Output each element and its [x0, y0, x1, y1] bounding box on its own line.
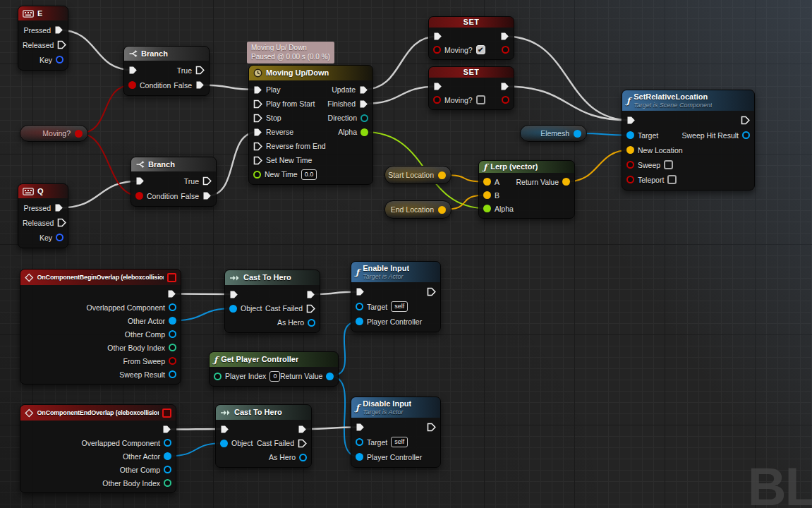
exec-out-pin[interactable] — [427, 287, 436, 296]
cast-2[interactable]: Cast To HeroObjectCast FailedAs Hero — [215, 404, 312, 468]
value-input[interactable]: self — [391, 301, 408, 312]
sweep-result-pin[interactable] — [169, 370, 176, 378]
var-elemesh[interactable]: Elemesh — [520, 125, 587, 142]
key-pin[interactable] — [56, 56, 63, 64]
player-index-pin[interactable] — [214, 373, 222, 380]
checkbox[interactable] — [667, 175, 677, 184]
var-end-location[interactable]: End Location — [384, 200, 452, 219]
return-value-pin[interactable] — [326, 373, 334, 380]
key-e[interactable]: EPressedReleasedKey — [18, 6, 68, 71]
false-pin[interactable] — [195, 80, 205, 90]
object-pin[interactable] — [220, 440, 228, 447]
other-comp-pin[interactable] — [164, 466, 171, 473]
exec-out-pin[interactable] — [162, 425, 171, 434]
key-pin[interactable] — [56, 234, 63, 241]
timeline[interactable]: Moving Up/DownPlayUpdatePlay from StartF… — [248, 65, 373, 185]
value-input[interactable]: 0 — [269, 371, 280, 382]
overlapped-component-pin[interactable] — [169, 303, 176, 311]
value-input[interactable]: 0.0 — [301, 169, 317, 180]
player-controller-pin[interactable] — [356, 318, 363, 325]
teleport-pin[interactable] — [626, 176, 634, 183]
var-start-location[interactable]: Start Location — [384, 166, 452, 184]
other-body-index-pin[interactable] — [169, 344, 176, 351]
exec-in-pin[interactable] — [128, 66, 138, 75]
false-pin[interactable] — [202, 191, 212, 200]
moving-pin[interactable] — [433, 96, 441, 104]
exec-out-pin[interactable] — [298, 425, 307, 434]
exec-in-pin[interactable] — [229, 290, 238, 299]
sweep-pin[interactable] — [626, 161, 634, 169]
condition-pin[interactable] — [135, 192, 143, 200]
moving-pin[interactable] — [433, 46, 441, 54]
play-pin[interactable] — [253, 85, 262, 95]
delegate-icon[interactable] — [162, 409, 171, 418]
target-pin[interactable] — [626, 131, 634, 139]
begin-overlap[interactable]: OnComponentBeginOverlap (eleboxcollision… — [20, 269, 181, 385]
true-pin[interactable] — [202, 176, 212, 186]
cast-failed-pin[interactable] — [306, 304, 315, 313]
exec-out-pin[interactable] — [306, 290, 315, 299]
exec-in-pin[interactable] — [135, 176, 145, 186]
alpha-pin[interactable] — [360, 128, 368, 136]
target-pin[interactable] — [356, 303, 363, 310]
enable-input[interactable]: ƒEnable InputTarget is ActorTargetselfPl… — [351, 261, 441, 332]
play-from-start-pin[interactable] — [253, 99, 262, 109]
lerp[interactable]: ƒLerp (vector)AReturn ValueBAlpha — [478, 160, 575, 219]
b-pin[interactable] — [483, 191, 491, 199]
get-player-controller[interactable]: ƒGet Player ControllerPlayer Index0Retur… — [209, 351, 339, 387]
as-hero-pin[interactable] — [299, 454, 307, 461]
checkbox[interactable] — [664, 160, 673, 169]
set-new-time-pin[interactable] — [253, 156, 262, 165]
player-controller-pin[interactable] — [356, 453, 363, 461]
cast-1[interactable]: Cast To HeroObjectCast FailedAs Hero — [224, 270, 320, 333]
as-hero-pin[interactable] — [308, 319, 315, 327]
exec-out-pin[interactable] — [167, 289, 176, 298]
exec-in-pin[interactable] — [433, 32, 442, 41]
set-relative-location[interactable]: ƒSetRelativeLocationTarget is Scene Comp… — [622, 90, 755, 190]
end-location-pin[interactable] — [438, 206, 446, 214]
alpha-pin[interactable] — [483, 205, 491, 212]
reverse-from-end-pin[interactable] — [253, 142, 262, 151]
blueprint-graph-canvas[interactable]: EPressedReleasedKeyQPressedReleasedKeyBr… — [0, 0, 812, 508]
exec-out-pin[interactable] — [500, 82, 509, 91]
var-moving[interactable]: Moving? — [20, 125, 88, 142]
direction-pin[interactable] — [360, 114, 368, 122]
from-sweep-pin[interactable] — [169, 357, 176, 365]
sweep-hit-result-pin[interactable] — [742, 131, 750, 139]
elemesh-pin[interactable] — [574, 130, 581, 138]
exec-out-pin[interactable] — [741, 116, 750, 125]
moving-pin[interactable] — [75, 130, 83, 138]
new-time-pin[interactable] — [253, 171, 261, 179]
update-pin[interactable] — [359, 85, 368, 95]
other-comp-pin[interactable] — [169, 330, 176, 338]
cast-failed-pin[interactable] — [298, 439, 307, 448]
reverse-pin[interactable] — [253, 128, 262, 137]
exec-out-pin[interactable] — [502, 96, 509, 104]
new-location-pin[interactable] — [626, 146, 634, 154]
a-pin[interactable] — [483, 178, 491, 186]
target-pin[interactable] — [356, 438, 363, 446]
set-2[interactable]: SETMoving? — [428, 66, 514, 110]
return-value-pin[interactable] — [562, 178, 570, 186]
key-q[interactable]: QPressedReleasedKey — [18, 183, 68, 248]
pressed-pin[interactable] — [54, 203, 63, 212]
condition-pin[interactable] — [128, 81, 136, 89]
true-pin[interactable] — [195, 66, 205, 75]
other-actor-pin[interactable] — [164, 452, 171, 460]
exec-out-pin[interactable] — [500, 32, 509, 41]
finished-pin[interactable] — [359, 99, 368, 109]
delegate-icon[interactable] — [167, 273, 176, 282]
branch-2[interactable]: BranchTrueConditionFalse — [131, 157, 217, 207]
stop-pin[interactable] — [253, 114, 262, 123]
exec-in-pin[interactable] — [356, 423, 365, 432]
start-location-pin[interactable] — [438, 171, 446, 179]
checkbox[interactable]: ✔ — [476, 45, 485, 54]
exec-out-pin[interactable] — [427, 423, 436, 432]
disable-input[interactable]: ƒDisable InputTarget is ActorTargetselfP… — [351, 397, 441, 468]
exec-out-pin[interactable] — [502, 46, 509, 54]
checkbox[interactable] — [476, 95, 485, 104]
pressed-pin[interactable] — [54, 25, 63, 35]
branch-1[interactable]: BranchTrueConditionFalse — [123, 46, 210, 96]
exec-in-pin[interactable] — [433, 82, 442, 91]
released-pin[interactable] — [57, 218, 66, 227]
